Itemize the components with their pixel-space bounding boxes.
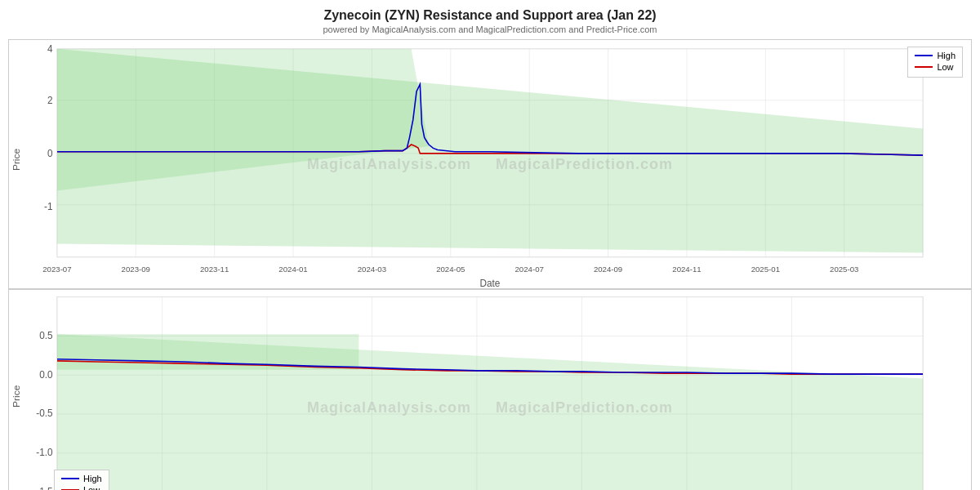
svg-text:2023-07: 2023-07 [42, 265, 71, 274]
page-title: Zynecoin (ZYN) Resistance and Support ar… [8, 8, 972, 23]
legend-high: High [915, 51, 956, 60]
svg-text:0.0: 0.0 [39, 368, 53, 380]
low-line-icon [915, 66, 933, 68]
bottom-chart: MagicalAnalysis.com MagicalPrediction.co… [8, 289, 972, 490]
svg-text:4: 4 [47, 43, 53, 55]
svg-text:2024-01: 2024-01 [278, 265, 307, 274]
bottom-chart-svg: 0.5 0.0 -0.5 -1.0 -1.5 Price 2024-11-01 … [9, 290, 971, 490]
svg-text:0.5: 0.5 [39, 329, 53, 341]
top-chart-legend: High Low [907, 47, 963, 78]
legend-low-label-bottom: Low [83, 485, 100, 490]
charts-wrapper: MagicalAnalysis.com MagicalPrediction.co… [8, 39, 972, 490]
svg-text:2024-07: 2024-07 [515, 265, 544, 274]
legend-high-label-bottom: High [83, 474, 102, 483]
svg-text:-1: -1 [44, 201, 53, 212]
svg-text:0: 0 [47, 148, 53, 159]
svg-text:Price: Price [11, 385, 22, 408]
svg-text:2023-09: 2023-09 [122, 265, 150, 274]
svg-text:-1.0: -1.0 [36, 447, 53, 458]
legend-high-label: High [937, 51, 956, 60]
top-chart-svg: 4 2 0 -1 Price 2023-07 2023-09 2023-11 2… [9, 40, 971, 288]
svg-text:2024-03: 2024-03 [358, 265, 386, 274]
svg-text:2024-11: 2024-11 [672, 265, 701, 274]
legend-high-bottom: High [61, 474, 102, 483]
svg-text:2024-05: 2024-05 [436, 265, 465, 274]
page-container: Zynecoin (ZYN) Resistance and Support ar… [0, 0, 980, 490]
high-line-icon-bottom [61, 478, 79, 479]
top-chart: MagicalAnalysis.com MagicalPrediction.co… [8, 39, 972, 289]
svg-text:-1.5: -1.5 [36, 486, 53, 490]
legend-low-bottom: Low [61, 485, 102, 490]
svg-text:2024-09: 2024-09 [594, 265, 622, 274]
high-line-icon [915, 55, 933, 56]
page-subtitle: powered by MagicalAnalysis.com and Magic… [8, 24, 972, 34]
svg-text:2025-03: 2025-03 [830, 265, 858, 274]
svg-text:Date: Date [480, 278, 501, 288]
legend-low: Low [915, 62, 956, 72]
bottom-chart-legend: High Low [54, 470, 109, 490]
svg-text:2025-01: 2025-01 [751, 265, 780, 274]
legend-low-label: Low [937, 62, 953, 72]
svg-text:2: 2 [47, 95, 53, 106]
svg-text:Price: Price [11, 148, 22, 171]
svg-text:2023-11: 2023-11 [200, 265, 229, 274]
svg-text:-0.5: -0.5 [36, 408, 53, 419]
